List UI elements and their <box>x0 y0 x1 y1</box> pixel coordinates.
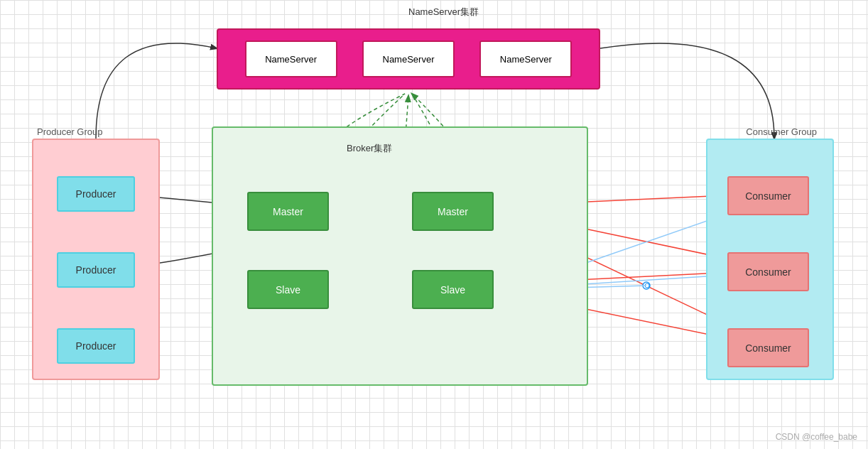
master-left: Master <box>247 192 329 231</box>
consumer-3: Consumer <box>727 328 809 367</box>
producer-3: Producer <box>57 328 135 364</box>
broker-cluster <box>212 126 588 386</box>
watermark: CSDN @coffee_babe <box>776 432 857 442</box>
svg-point-15 <box>645 283 649 288</box>
nameserver-node-3: NameServer <box>479 40 572 77</box>
consumer-2: Consumer <box>727 252 809 291</box>
nameserver-node-1: NameServer <box>245 40 337 77</box>
consumer-1: Consumer <box>727 176 809 215</box>
master-right: Master <box>412 192 494 231</box>
producer-group-label: Producer Group <box>37 126 103 137</box>
nameserver-node-2: NameServer <box>362 40 455 77</box>
producer-2: Producer <box>57 252 135 288</box>
svg-point-14 <box>643 282 650 289</box>
producer-1: Producer <box>57 176 135 212</box>
nameserver-cluster: NameServer NameServer NameServer <box>217 28 600 90</box>
consumer-group-label: Consumer Group <box>746 126 817 137</box>
slave-right: Slave <box>412 270 494 309</box>
nameserver-cluster-label: NameServer集群 <box>408 6 479 18</box>
slave-left: Slave <box>247 270 329 309</box>
broker-cluster-label: Broker集群 <box>347 142 392 155</box>
